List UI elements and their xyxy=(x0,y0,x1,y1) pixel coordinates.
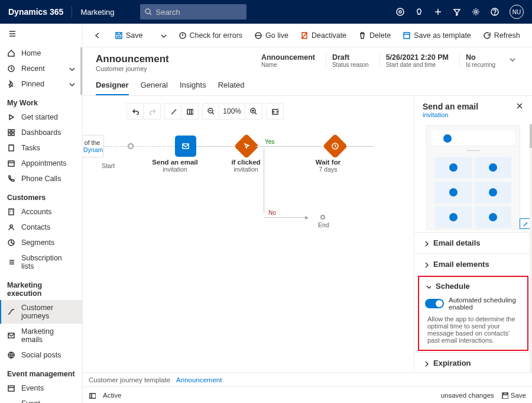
back-button[interactable] xyxy=(87,29,108,42)
breadcrumb-link[interactable]: Announcement xyxy=(176,376,222,383)
svg-rect-12 xyxy=(8,161,14,166)
nav-marketing-emails[interactable]: Marketing emails xyxy=(0,324,82,347)
filter-icon[interactable] xyxy=(453,8,461,16)
svg-rect-7 xyxy=(8,130,11,132)
close-icon xyxy=(515,102,524,110)
go-live-button[interactable]: Go live xyxy=(249,29,293,42)
lightbulb-icon[interactable] xyxy=(415,8,423,16)
wait-node-title: Wait for xyxy=(275,159,381,166)
plus-icon[interactable] xyxy=(434,8,442,16)
save-as-template-button[interactable]: Save as template xyxy=(398,29,476,42)
wait-node[interactable] xyxy=(326,137,344,155)
nav-event-registrations[interactable]: Event Registrations xyxy=(0,396,82,403)
fit-tool-button[interactable] xyxy=(267,104,283,119)
end-node[interactable] xyxy=(320,215,325,220)
nav-recent[interactable]: Recent xyxy=(0,61,82,76)
panel-close-button[interactable] xyxy=(515,102,524,112)
nav-pinned[interactable]: Pinned xyxy=(0,76,82,92)
acc-email-elements[interactable]: Email elements xyxy=(414,254,532,275)
nav-segments[interactable]: Segments xyxy=(0,235,82,250)
save-dropdown-button[interactable] xyxy=(155,30,171,41)
panel-scrollbar-track[interactable] xyxy=(530,124,532,372)
nav-events[interactable]: Events xyxy=(0,381,82,396)
deactivate-button[interactable]: Deactivate xyxy=(296,29,351,42)
meta-date-label: Start date and time xyxy=(386,62,449,68)
sidebar-scrollbar[interactable] xyxy=(80,47,82,95)
target-icon[interactable] xyxy=(396,8,404,16)
zoom-level[interactable]: 100% xyxy=(219,104,245,119)
nav-social-posts[interactable]: Social posts xyxy=(0,347,82,363)
acc-expiration[interactable]: Expiration xyxy=(414,353,532,372)
schedule-toggle[interactable] xyxy=(425,299,444,308)
panel-subtitle[interactable]: invitation xyxy=(423,111,478,118)
segment-tile[interactable]: of the Dynam xyxy=(83,135,104,157)
pin-icon xyxy=(7,80,15,88)
zoom-in-button[interactable] xyxy=(245,104,262,119)
gear-icon[interactable] xyxy=(472,8,480,16)
zoom-out-button[interactable] xyxy=(203,104,219,119)
chevron-right-icon xyxy=(423,360,429,367)
zoom-in-icon xyxy=(250,108,257,115)
check-errors-button[interactable]: Check for errors xyxy=(174,29,248,42)
check-access-button[interactable]: Check Access xyxy=(527,29,532,42)
redo-button[interactable] xyxy=(144,104,160,119)
refresh-button[interactable]: Refresh xyxy=(478,29,525,42)
email-node[interactable] xyxy=(175,136,196,157)
tab-insights[interactable]: Insights xyxy=(180,77,206,95)
acc-schedule[interactable]: Schedule xyxy=(419,277,527,295)
svg-rect-8 xyxy=(12,130,14,132)
status-active: Active xyxy=(103,392,121,399)
start-node[interactable] xyxy=(128,143,134,149)
nav-home[interactable]: Home xyxy=(0,46,82,61)
branch-no-label: No xyxy=(268,209,276,216)
page-title: Announcement xyxy=(96,53,169,65)
meta-status-label: Status reason xyxy=(332,62,369,68)
help-icon[interactable] xyxy=(491,8,499,16)
panel-scrollbar-thumb[interactable] xyxy=(530,124,532,148)
svg-rect-18 xyxy=(8,386,14,391)
tab-general[interactable]: General xyxy=(141,77,168,95)
email-preview[interactable]: ───── xyxy=(426,125,520,230)
panel-title: Send an email xyxy=(423,102,478,111)
search-box[interactable]: Search xyxy=(140,4,246,20)
nav-subscription-lists[interactable]: Subscription lists xyxy=(0,250,82,274)
if-clicked-node[interactable] xyxy=(238,137,255,155)
clock-icon xyxy=(331,142,339,150)
phone-icon xyxy=(7,175,15,183)
nav-appointments[interactable]: Appointments xyxy=(0,156,82,171)
nav-customer-journeys[interactable]: Customer journeys xyxy=(0,300,82,324)
nav-tasks[interactable]: Tasks xyxy=(0,140,82,156)
svg-rect-35 xyxy=(90,394,96,398)
if-node-title: if clicked xyxy=(216,159,275,166)
chevron-down-icon xyxy=(425,283,431,290)
status-save-button[interactable]: Save xyxy=(501,392,526,399)
svg-rect-10 xyxy=(12,133,14,136)
tab-designer[interactable]: Designer xyxy=(96,77,129,95)
preview-expand-button[interactable] xyxy=(520,218,530,229)
chevron-right-icon xyxy=(423,261,429,268)
svg-rect-16 xyxy=(8,333,14,338)
start-label: Start xyxy=(83,162,134,169)
acc-email-details[interactable]: Email details xyxy=(414,233,532,253)
nav-contacts[interactable]: Contacts xyxy=(0,220,82,235)
user-avatar[interactable]: NU xyxy=(510,5,524,19)
delete-button[interactable]: Delete xyxy=(353,29,395,42)
tab-related[interactable]: Related xyxy=(218,77,245,95)
nav-accounts[interactable]: Accounts xyxy=(0,204,82,220)
nav-phone-calls[interactable]: Phone Calls xyxy=(0,171,82,186)
header-expand-button[interactable] xyxy=(506,53,519,68)
status-panel-button[interactable] xyxy=(89,392,96,399)
nav-dashboards[interactable]: Dashboards xyxy=(0,125,82,140)
app-label: Marketing xyxy=(72,8,122,17)
undo-button[interactable] xyxy=(127,104,144,119)
meta-recurring-value: No xyxy=(466,53,495,62)
zoom-out-icon xyxy=(207,108,215,115)
expand-icon xyxy=(170,108,177,115)
hamburger-button[interactable] xyxy=(0,24,82,46)
map-icon xyxy=(186,108,193,115)
nav-get-started[interactable]: Get started xyxy=(0,109,82,125)
save-button[interactable]: Save xyxy=(110,29,148,42)
brand-label: Dynamics 365 xyxy=(0,7,72,17)
map-tool-button[interactable] xyxy=(181,104,198,119)
expand-tool-button[interactable] xyxy=(165,104,181,119)
